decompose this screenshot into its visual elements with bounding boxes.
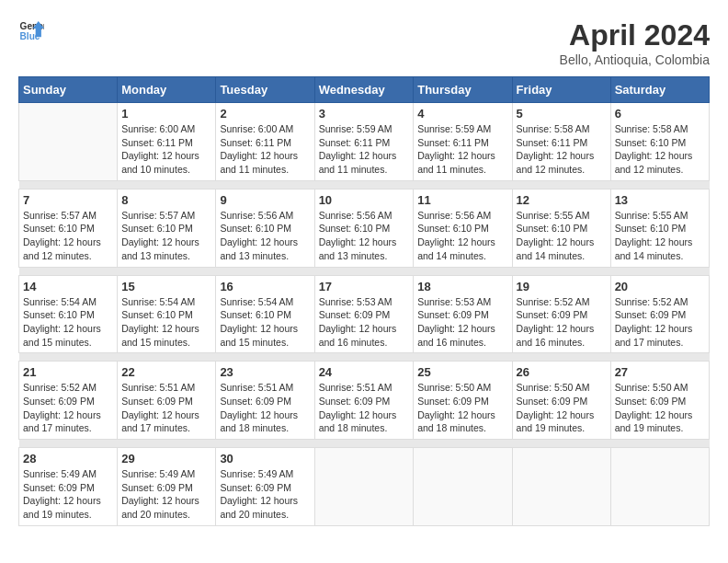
day-number: 1	[121, 107, 211, 121]
day-number: 6	[615, 107, 705, 121]
day-info: Sunrise: 5:57 AMSunset: 6:10 PMDaylight:…	[121, 209, 211, 263]
day-info: Sunrise: 5:49 AMSunset: 6:09 PMDaylight:…	[220, 467, 310, 522]
day-number: 18	[417, 280, 507, 293]
day-number: 7	[23, 193, 113, 207]
calendar-cell: 21Sunrise: 5:52 AMSunset: 6:09 PMDayligh…	[19, 362, 118, 440]
separator-cell	[19, 267, 710, 275]
calendar-cell: 27Sunrise: 5:50 AMSunset: 6:09 PMDayligh…	[610, 362, 709, 440]
day-info: Sunrise: 5:54 AMSunset: 6:10 PMDaylight:…	[121, 295, 211, 350]
calendar-cell: 22Sunrise: 5:51 AMSunset: 6:09 PMDayligh…	[118, 362, 216, 440]
day-info: Sunrise: 5:51 AMSunset: 6:09 PMDaylight:…	[121, 381, 211, 435]
day-number: 16	[220, 280, 310, 293]
day-info: Sunrise: 5:59 AMSunset: 6:11 PMDaylight:…	[417, 122, 507, 177]
calendar-cell: 19Sunrise: 5:52 AMSunset: 6:09 PMDayligh…	[512, 275, 610, 353]
day-number: 22	[121, 365, 211, 379]
month-title: April 2024	[560, 18, 710, 52]
day-info: Sunrise: 5:57 AMSunset: 6:10 PMDaylight:…	[23, 209, 113, 263]
day-info: Sunrise: 6:00 AMSunset: 6:11 PMDaylight:…	[220, 122, 310, 177]
day-number: 30	[220, 452, 310, 465]
day-number: 12	[517, 193, 607, 207]
calendar-cell: 25Sunrise: 5:50 AMSunset: 6:09 PMDayligh…	[414, 362, 512, 440]
day-number: 27	[615, 365, 705, 379]
week-row-3: 14Sunrise: 5:54 AMSunset: 6:10 PMDayligh…	[19, 275, 710, 353]
calendar-cell: 8Sunrise: 5:57 AMSunset: 6:10 PMDaylight…	[118, 189, 216, 267]
day-number: 21	[23, 365, 113, 379]
separator-cell	[19, 180, 710, 189]
calendar-cell: 4Sunrise: 5:59 AMSunset: 6:11 PMDaylight…	[414, 103, 512, 181]
title-area: April 2024 Bello, Antioquia, Colombia	[560, 18, 710, 67]
calendar-cell	[610, 448, 709, 526]
calendar-cell: 24Sunrise: 5:51 AMSunset: 6:09 PMDayligh…	[314, 362, 414, 440]
day-info: Sunrise: 5:49 AMSunset: 6:09 PMDaylight:…	[23, 467, 113, 522]
day-number: 17	[319, 280, 410, 293]
day-info: Sunrise: 5:56 AMSunset: 6:10 PMDaylight:…	[319, 209, 410, 263]
day-number: 23	[220, 365, 310, 379]
calendar-cell: 29Sunrise: 5:49 AMSunset: 6:09 PMDayligh…	[118, 448, 216, 526]
day-info: Sunrise: 5:50 AMSunset: 6:09 PMDaylight:…	[417, 381, 507, 435]
separator-cell	[19, 353, 710, 362]
separator-cell	[19, 440, 710, 448]
weekday-header-tuesday: Tuesday	[216, 77, 314, 103]
day-info: Sunrise: 5:55 AMSunset: 6:10 PMDaylight:…	[615, 209, 705, 263]
day-info: Sunrise: 5:56 AMSunset: 6:10 PMDaylight:…	[220, 209, 310, 263]
logo: General Blue	[18, 18, 44, 44]
location: Bello, Antioquia, Colombia	[560, 52, 710, 67]
calendar-cell: 18Sunrise: 5:53 AMSunset: 6:09 PMDayligh…	[414, 275, 512, 353]
weekday-header-thursday: Thursday	[414, 77, 512, 103]
calendar-cell: 6Sunrise: 5:58 AMSunset: 6:10 PMDaylight…	[610, 103, 709, 181]
week-separator	[19, 180, 710, 189]
day-number: 5	[517, 107, 607, 121]
calendar-cell: 10Sunrise: 5:56 AMSunset: 6:10 PMDayligh…	[314, 189, 414, 267]
weekday-header-monday: Monday	[118, 77, 216, 103]
day-number: 25	[417, 365, 507, 379]
calendar-cell	[414, 448, 512, 526]
day-number: 10	[319, 193, 410, 207]
calendar-cell: 16Sunrise: 5:54 AMSunset: 6:10 PMDayligh…	[216, 275, 314, 353]
day-number: 8	[121, 193, 211, 207]
day-number: 13	[615, 193, 705, 207]
calendar-cell: 14Sunrise: 5:54 AMSunset: 6:10 PMDayligh…	[19, 275, 118, 353]
day-number: 19	[517, 280, 607, 293]
weekday-header-friday: Friday	[512, 77, 610, 103]
week-separator	[19, 267, 710, 275]
day-info: Sunrise: 6:00 AMSunset: 6:11 PMDaylight:…	[121, 122, 211, 177]
day-info: Sunrise: 5:51 AMSunset: 6:09 PMDaylight:…	[220, 381, 310, 435]
day-number: 15	[121, 280, 211, 293]
day-info: Sunrise: 5:49 AMSunset: 6:09 PMDaylight:…	[121, 467, 211, 522]
weekday-header-sunday: Sunday	[19, 77, 118, 103]
week-row-2: 7Sunrise: 5:57 AMSunset: 6:10 PMDaylight…	[19, 189, 710, 267]
day-number: 26	[517, 365, 607, 379]
calendar-cell: 12Sunrise: 5:55 AMSunset: 6:10 PMDayligh…	[512, 189, 610, 267]
day-info: Sunrise: 5:54 AMSunset: 6:10 PMDaylight:…	[220, 295, 310, 350]
day-number: 20	[615, 280, 705, 293]
day-info: Sunrise: 5:52 AMSunset: 6:09 PMDaylight:…	[517, 295, 607, 350]
calendar-cell	[314, 448, 414, 526]
day-number: 11	[417, 193, 507, 207]
calendar-cell: 13Sunrise: 5:55 AMSunset: 6:10 PMDayligh…	[610, 189, 709, 267]
day-info: Sunrise: 5:58 AMSunset: 6:10 PMDaylight:…	[615, 122, 705, 177]
day-info: Sunrise: 5:51 AMSunset: 6:09 PMDaylight:…	[319, 381, 410, 435]
calendar-cell: 9Sunrise: 5:56 AMSunset: 6:10 PMDaylight…	[216, 189, 314, 267]
weekday-header-row: SundayMondayTuesdayWednesdayThursdayFrid…	[19, 77, 710, 103]
calendar-cell: 7Sunrise: 5:57 AMSunset: 6:10 PMDaylight…	[19, 189, 118, 267]
weekday-header-wednesday: Wednesday	[314, 77, 414, 103]
calendar-cell: 23Sunrise: 5:51 AMSunset: 6:09 PMDayligh…	[216, 362, 314, 440]
calendar-cell: 17Sunrise: 5:53 AMSunset: 6:09 PMDayligh…	[314, 275, 414, 353]
logo-icon: General Blue	[18, 18, 44, 44]
day-number: 14	[23, 280, 113, 293]
day-info: Sunrise: 5:58 AMSunset: 6:11 PMDaylight:…	[517, 122, 607, 177]
calendar-cell: 3Sunrise: 5:59 AMSunset: 6:11 PMDaylight…	[314, 103, 414, 181]
calendar-cell	[19, 103, 118, 181]
day-info: Sunrise: 5:52 AMSunset: 6:09 PMDaylight:…	[23, 381, 113, 435]
day-number: 2	[220, 107, 310, 121]
calendar-cell: 20Sunrise: 5:52 AMSunset: 6:09 PMDayligh…	[610, 275, 709, 353]
calendar-cell: 1Sunrise: 6:00 AMSunset: 6:11 PMDaylight…	[118, 103, 216, 181]
day-number: 28	[23, 452, 113, 465]
day-info: Sunrise: 5:54 AMSunset: 6:10 PMDaylight:…	[23, 295, 113, 350]
page-header: General Blue April 2024 Bello, Antioquia…	[18, 18, 710, 67]
day-info: Sunrise: 5:50 AMSunset: 6:09 PMDaylight:…	[517, 381, 607, 435]
calendar-cell: 30Sunrise: 5:49 AMSunset: 6:09 PMDayligh…	[216, 448, 314, 526]
day-info: Sunrise: 5:59 AMSunset: 6:11 PMDaylight:…	[319, 122, 410, 177]
day-number: 4	[417, 107, 507, 121]
day-info: Sunrise: 5:56 AMSunset: 6:10 PMDaylight:…	[417, 209, 507, 263]
